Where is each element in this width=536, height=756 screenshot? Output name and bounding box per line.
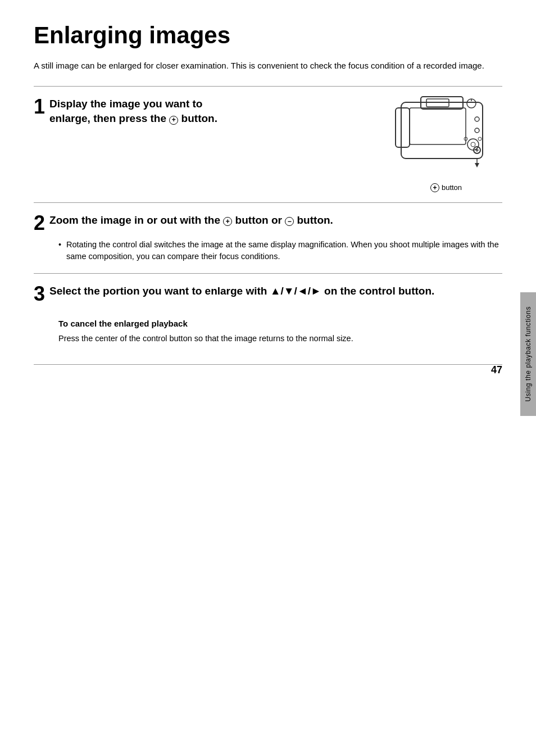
page-title: Enlarging images (34, 22, 502, 48)
zoom-in-icon-step1: + (169, 116, 178, 125)
button-label-text: button (442, 183, 462, 192)
svg-point-8 (475, 128, 479, 133)
step-2-content: Rotating the control dial switches the i… (34, 239, 502, 264)
step-3-content: To cancel the enlarged playback Press th… (34, 310, 502, 354)
svg-marker-17 (475, 163, 479, 168)
svg-rect-4 (410, 108, 466, 144)
svg-point-12 (478, 137, 482, 141)
svg-rect-0 (401, 102, 483, 159)
step-2-section: 2 Zoom the image in or out with the + bu… (34, 203, 502, 274)
step-3-number: 3 (34, 284, 45, 304)
step-2-number: 2 (34, 213, 45, 233)
zoom-plus-label-icon: + (430, 183, 439, 192)
step-3-title: Select the portion you want to enlarge w… (49, 284, 502, 299)
step-2-header: 2 Zoom the image in or out with the + bu… (34, 213, 502, 233)
step-3-section: 3 Select the portion you want to enlarge… (34, 274, 502, 365)
svg-point-7 (475, 117, 479, 121)
subsection-text: Press the center of the control button s… (58, 333, 502, 345)
side-tab: Using the playback functions (520, 292, 536, 416)
page-container: Enlarging images A still image can be en… (0, 0, 536, 399)
camera-illustration: + button (390, 91, 502, 192)
button-label: + button (430, 183, 462, 192)
step-2-bullet: Rotating the control dial switches the i… (58, 239, 502, 264)
step-3-header: 3 Select the portion you want to enlarge… (34, 284, 502, 304)
step-1-header: 1 Display the image you want to enlarge,… (34, 97, 390, 126)
step-1-inner: 1 Display the image you want to enlarge,… (34, 97, 502, 192)
page-number: 47 (491, 364, 502, 376)
subsection-title: To cancel the enlarged playback (58, 319, 502, 328)
zoom-out-icon-step2: − (285, 217, 294, 226)
camera-svg (390, 91, 502, 181)
subsection-cancel-playback: To cancel the enlarged playback Press th… (58, 310, 502, 354)
svg-rect-1 (396, 108, 410, 147)
intro-text: A still image can be enlarged for closer… (34, 60, 502, 73)
zoom-in-icon-step2: + (223, 217, 232, 226)
step-1-title: Display the image you want to enlarge, t… (49, 97, 390, 126)
side-tab-label: Using the playback functions (524, 306, 532, 402)
step-1-number: 1 (34, 97, 45, 117)
step-1-text: 1 Display the image you want to enlarge,… (34, 97, 390, 126)
step-2-title: Zoom the image in or out with the + butt… (49, 213, 502, 228)
step-1-section: 1 Display the image you want to enlarge,… (34, 86, 502, 203)
svg-point-10 (471, 142, 475, 147)
